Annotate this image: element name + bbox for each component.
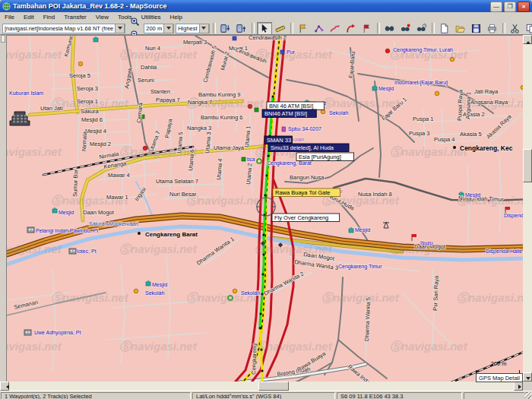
track-green-point[interactable]	[263, 234, 265, 236]
sch-icon[interactable]	[78, 62, 83, 66]
bank-icon[interactable]	[242, 157, 245, 161]
msq-icon[interactable]	[373, 85, 375, 87]
waypoint-label-text[interactable]: Rawa Buaya Tol Gate	[275, 189, 330, 196]
chevron-down-icon[interactable]	[163, 24, 173, 33]
bld-icon[interactable]	[24, 330, 31, 335]
reddot-icon[interactable]	[385, 49, 390, 53]
bld-icon[interactable]	[71, 250, 72, 252]
restore-button[interactable]: ❐	[504, 2, 516, 12]
pump-icon[interactable]	[282, 127, 286, 131]
cem-icon[interactable]	[21, 121, 23, 122]
menu-edit[interactable]: Edit	[19, 14, 39, 21]
waypoint-tool-button[interactable]	[296, 22, 311, 35]
waypoint-label-text[interactable]: BNI 46 ATM [BSI]	[269, 103, 313, 109]
flag-icon[interactable]	[505, 207, 510, 210]
send-to-device-button[interactable]	[218, 22, 233, 35]
track-green-point[interactable]	[262, 274, 264, 276]
scroll-left-button[interactable]	[0, 382, 9, 391]
close-button[interactable]: ×	[518, 2, 530, 12]
waypoint-label-text[interactable]: Fly Over Cengkareng	[274, 214, 328, 221]
find-recent-button[interactable]	[414, 22, 429, 35]
track-yellow-point[interactable]	[261, 370, 264, 372]
cem-icon[interactable]	[24, 118, 27, 119]
track-tool-button[interactable]	[328, 22, 343, 35]
minimize-button[interactable]: —	[490, 2, 502, 12]
zoom-scale-combo[interactable]: 200 m	[144, 24, 174, 33]
cem-icon[interactable]	[17, 121, 19, 122]
citydot-icon[interactable]	[138, 232, 141, 235]
window-title: Tambahan POI Jakarta_Rev 1.68-2 - MapSou…	[13, 2, 166, 10]
route-tool-button[interactable]	[312, 22, 327, 35]
flag-tool-button[interactable]	[359, 22, 375, 35]
vertical-scrollbar[interactable]	[523, 35, 532, 382]
cem-icon[interactable]	[21, 118, 23, 119]
bluesq-icon[interactable]	[233, 36, 236, 40]
track-green-point[interactable]	[272, 96, 274, 98]
cem-icon[interactable]	[24, 115, 27, 116]
waypoint-label-text[interactable]: SMAN 33	[267, 137, 291, 144]
track-green-point[interactable]	[264, 195, 267, 197]
bld-icon[interactable]	[74, 250, 75, 252]
track-yellow-point[interactable]	[260, 328, 262, 330]
horizontal-scroll-thumb[interactable]	[258, 382, 289, 391]
cem-icon[interactable]	[17, 115, 19, 116]
splitter-handle[interactable]	[1, 35, 5, 43]
sch-icon[interactable]	[134, 289, 138, 293]
cem-icon[interactable]	[21, 115, 23, 116]
bld-icon[interactable]	[69, 249, 76, 254]
menu-view[interactable]: View	[91, 14, 113, 21]
track-green-point[interactable]	[260, 313, 262, 315]
chevron-down-icon[interactable]	[199, 24, 209, 33]
cem-icon[interactable]	[24, 121, 27, 122]
horizontal-scrollbar[interactable]	[0, 382, 523, 391]
msq-icon[interactable]	[147, 280, 149, 283]
bld-icon[interactable]	[32, 229, 33, 230]
menu-file[interactable]: File	[0, 14, 19, 21]
print-button[interactable]	[485, 22, 500, 35]
scroll-up-button[interactable]	[523, 35, 532, 44]
sch-icon[interactable]	[435, 91, 439, 96]
waypoint-label-text[interactable]: Esia [PuriAgung]	[299, 154, 341, 160]
open-file-button[interactable]	[453, 22, 468, 35]
menu-transfer[interactable]: Transfer	[59, 14, 91, 21]
waypoint-label-text[interactable]: Smu33 deleted], Al Huda	[271, 144, 334, 151]
bld-icon[interactable]	[29, 229, 30, 230]
find-button[interactable]	[382, 22, 397, 35]
detail-level-combo[interactable]: Highest	[176, 24, 209, 33]
cem-icon[interactable]	[13, 118, 15, 119]
cut-button[interactable]	[508, 22, 523, 35]
find-nearest-button[interactable]	[398, 22, 413, 35]
map-canvas[interactable]: Ⓢnavigasi.netⓈnavigasi.netⓈnavigasi.netⓈ…	[7, 36, 524, 382]
chevron-down-icon[interactable]	[115, 24, 125, 33]
msq-icon[interactable]	[94, 36, 97, 39]
waypoint-label-text[interactable]: BNI46 ATM [BSI]	[264, 110, 307, 117]
track-green-point[interactable]	[266, 175, 268, 177]
msq-icon[interactable]	[53, 207, 55, 210]
scroll-down-button[interactable]	[523, 372, 532, 382]
map-viewport[interactable]: Ⓢnavigasi.netⓈnavigasi.netⓈnavigasi.netⓈ…	[6, 35, 524, 382]
msq-icon[interactable]	[350, 227, 352, 230]
map-product-combo[interactable]: [navigasi.net]Indonesia Map v1.68 NT (fr…	[2, 24, 125, 33]
zoom-in-button[interactable]	[127, 15, 142, 28]
copy-button[interactable]	[524, 22, 532, 35]
measure-tool-button[interactable]	[273, 22, 288, 35]
sch-icon[interactable]	[321, 109, 325, 114]
cem-icon[interactable]	[13, 121, 15, 122]
turn-tool-button[interactable]	[344, 22, 359, 35]
vertical-scroll-thumb[interactable]	[523, 149, 532, 182]
selection-tool-button[interactable]	[257, 22, 272, 35]
bld-icon[interactable]	[26, 331, 27, 333]
cem-icon[interactable]	[13, 115, 15, 116]
scroll-right-button[interactable]	[514, 382, 523, 391]
bld-icon[interactable]	[27, 227, 34, 233]
bld-icon[interactable]	[29, 331, 30, 333]
menu-help[interactable]: Help	[165, 14, 186, 21]
new-document-button[interactable]	[437, 22, 452, 35]
receive-from-device-button[interactable]	[234, 22, 249, 35]
cem-icon[interactable]	[17, 118, 19, 119]
menu-find[interactable]: Find	[39, 14, 60, 21]
title-bar[interactable]: Tambahan POI Jakarta_Rev 1.68-2 - MapSou…	[0, 0, 532, 12]
resize-grip[interactable]	[524, 392, 531, 399]
save-file-button[interactable]	[469, 22, 484, 35]
flag-icon[interactable]	[412, 234, 416, 237]
